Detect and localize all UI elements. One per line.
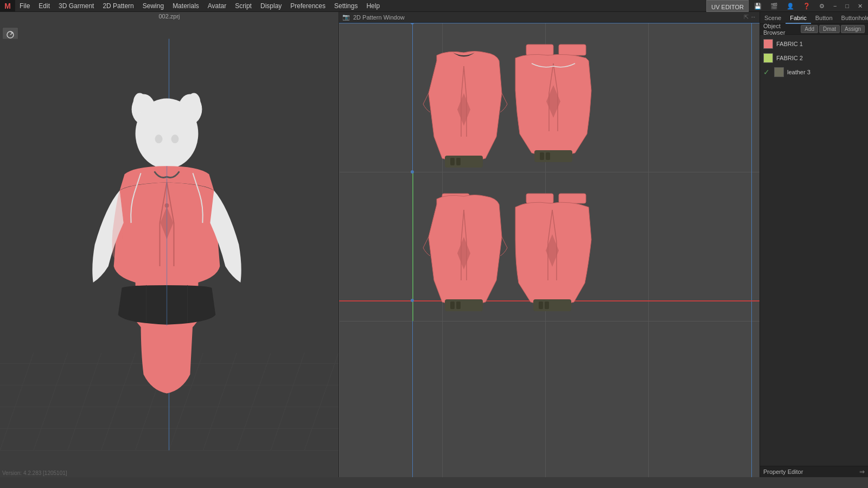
fabric-color-swatch-2 [763,53,773,63]
svg-rect-56 [539,301,543,309]
scene-3d [0,12,339,477]
svg-rect-53 [559,194,586,203]
svg-rect-40 [456,158,461,165]
menu-edit[interactable]: Edit [34,0,54,12]
menu-avatar[interactable]: Avatar [203,0,231,12]
fabric-item-1[interactable]: FABRIC 1 [760,37,868,51]
menu-file[interactable]: File [15,0,34,12]
ob-actions: Add Dmat Assign [801,25,865,33]
svg-point-27 [133,93,146,112]
pattern-window-icon: 📷 [342,14,350,21]
menu-help[interactable]: Help [362,0,384,12]
menu-display[interactable]: Display [256,0,286,12]
app-logo: M [0,0,15,12]
pattern-pieces-bottom [415,183,659,324]
svg-point-29 [187,93,200,112]
fabric-color-swatch-1 [763,39,773,49]
svg-point-31 [171,134,178,143]
viewport-status: Version: 4.2.283 [1205101] [2,470,67,476]
fabric-color-swatch-3 [774,67,784,77]
right-panel: Scene Fabric Button Buttonhole Topstitch… [760,12,868,477]
fabric-item-3[interactable]: ✓ leather 3 [760,65,868,79]
menu-right-area: UV EDITOR 💾 🎬 👤 ❓ ⚙ − □ ✕ [706,0,868,12]
object-browser-header: Object Browser Add Dmat Assign [760,24,868,35]
menu-close[interactable]: ✕ [854,0,866,12]
menu-2d-pattern[interactable]: 2D Pattern [98,0,138,12]
pattern-expand-btn[interactable]: ⇱ ↔ [744,14,756,21]
svg-rect-50 [450,301,455,309]
ob-dmat-btn[interactable]: Dmat [819,25,840,33]
menu-icon-help[interactable]: ❓ [800,0,814,12]
crosshair-dot [411,170,414,174]
crosshair-dot [411,299,414,302]
property-editor-label: Property Editor [763,468,803,475]
ob-assign-btn[interactable]: Assign [841,25,865,33]
svg-rect-45 [540,152,544,160]
property-editor-section: Property Editor ⇒ [760,466,868,477]
content-area: 002.zprj [0,12,868,488]
menu-preferences[interactable]: Preferences [286,0,330,12]
svg-rect-39 [450,158,455,165]
menu-maximize[interactable]: □ [842,0,852,12]
menu-minimize[interactable]: − [830,0,840,12]
tab-buttonhole[interactable]: Buttonhole [837,12,868,24]
pattern-canvas[interactable]: + [339,23,760,477]
ob-add-btn[interactable]: Add [801,25,818,33]
fabric-name-2: FABRIC 2 [776,55,803,61]
tab-button[interactable]: Button [811,12,837,24]
fabric-name-3: leather 3 [787,69,810,75]
blue-guide-h [339,23,760,23]
pattern-header: 📷 2D Pattern Window ⇱ ↔ [339,12,760,23]
svg-rect-46 [546,152,550,160]
grid-line [339,23,340,477]
menu-icon-settings[interactable]: ⚙ [816,0,828,12]
pattern-pieces-top [415,39,659,180]
uv-editor-badge[interactable]: UV EDITOR [706,0,749,12]
menu-bar: M File Edit 3D Garment 2D Pattern Sewing… [0,0,868,12]
menu-sewing[interactable]: Sewing [138,0,168,12]
menu-icon-render[interactable]: 🎬 [767,0,781,12]
menu-settings[interactable]: Settings [330,0,362,12]
viewport-3d: 002.zprj [0,12,339,477]
menu-script[interactable]: Script [231,0,256,12]
menu-3d-garment[interactable]: 3D Garment [54,0,98,12]
menu-materials[interactable]: Materials [168,0,203,12]
main-layout: 002.zprj [0,12,868,488]
svg-point-30 [155,134,163,143]
tab-fabric[interactable]: Fabric [786,12,811,24]
checkmark-icon: ✓ [763,68,770,76]
object-browser-label: Object Browser [763,23,801,36]
fabric-item-2[interactable]: FABRIC 2 [760,51,868,65]
crosshair-dot [411,23,414,24]
property-editor-header: Property Editor ⇒ [760,466,868,477]
menu-icon-save[interactable]: 💾 [751,0,765,12]
tab-scene[interactable]: Scene [760,12,786,24]
svg-rect-51 [456,301,461,309]
blue-guide-v-right [751,23,752,477]
svg-rect-42 [559,44,586,55]
svg-rect-41 [526,44,553,55]
svg-rect-57 [545,301,549,309]
fabric-list: FABRIC 1 FABRIC 2 ✓ leather 3 [760,35,868,466]
svg-rect-52 [526,194,553,203]
pattern-window: 📷 2D Pattern Window ⇱ ↔ [339,12,760,477]
pattern-window-title: 2D Pattern Window [353,14,405,21]
fabric-name-1: FABRIC 1 [776,41,803,47]
menu-icon-user[interactable]: 👤 [783,0,797,12]
property-editor-collapse[interactable]: ⇒ [859,468,865,476]
